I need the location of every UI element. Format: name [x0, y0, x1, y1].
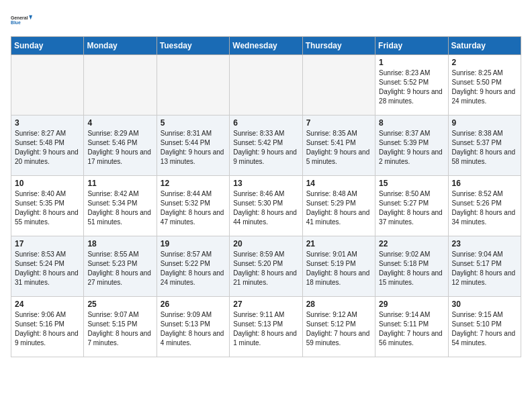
day-info: Sunrise: 9:14 AM Sunset: 5:11 PM Dayligh…: [379, 310, 444, 348]
calendar-cell: 26Sunrise: 9:09 AM Sunset: 5:13 PM Dayli…: [157, 297, 229, 357]
logo: GeneralBlue: [11, 11, 32, 30]
calendar-cell: 14Sunrise: 8:48 AM Sunset: 5:29 PM Dayli…: [302, 176, 375, 236]
day-info: Sunrise: 9:06 AM Sunset: 5:16 PM Dayligh…: [15, 310, 80, 348]
weekday-header: Saturday: [448, 37, 521, 55]
day-number: 8: [379, 118, 444, 128]
day-info: Sunrise: 8:37 AM Sunset: 5:39 PM Dayligh…: [379, 129, 444, 167]
calendar-cell: 15Sunrise: 8:50 AM Sunset: 5:27 PM Dayli…: [375, 176, 448, 236]
calendar-cell: 7Sunrise: 8:35 AM Sunset: 5:41 PM Daylig…: [302, 116, 375, 176]
calendar-cell: 9Sunrise: 8:38 AM Sunset: 5:37 PM Daylig…: [448, 116, 521, 176]
calendar-cell: 11Sunrise: 8:42 AM Sunset: 5:34 PM Dayli…: [84, 176, 157, 236]
calendar-cell: 27Sunrise: 9:11 AM Sunset: 5:13 PM Dayli…: [230, 297, 302, 357]
calendar-cell: 28Sunrise: 9:12 AM Sunset: 5:12 PM Dayli…: [302, 297, 375, 357]
calendar-cell: 29Sunrise: 9:14 AM Sunset: 5:11 PM Dayli…: [375, 297, 448, 357]
calendar-cell: 2Sunrise: 8:25 AM Sunset: 5:50 PM Daylig…: [448, 55, 521, 116]
day-number: 24: [15, 300, 80, 309]
calendar-cell: 23Sunrise: 9:04 AM Sunset: 5:17 PM Dayli…: [448, 236, 521, 297]
day-number: 17: [15, 239, 80, 248]
day-number: 1: [379, 58, 444, 67]
day-number: 4: [87, 118, 152, 128]
day-info: Sunrise: 8:50 AM Sunset: 5:27 PM Dayligh…: [379, 189, 444, 227]
day-number: 26: [161, 300, 226, 309]
weekday-header: Sunday: [11, 37, 84, 55]
day-number: 29: [379, 300, 444, 309]
day-info: Sunrise: 8:29 AM Sunset: 5:46 PM Dayligh…: [87, 129, 152, 167]
day-info: Sunrise: 9:01 AM Sunset: 5:19 PM Dayligh…: [306, 250, 371, 287]
calendar-week-row: 10Sunrise: 8:40 AM Sunset: 5:35 PM Dayli…: [11, 176, 521, 236]
day-number: 7: [306, 118, 371, 128]
day-info: Sunrise: 8:38 AM Sunset: 5:37 PM Dayligh…: [452, 129, 517, 167]
day-number: 9: [452, 118, 517, 128]
svg-text:Blue: Blue: [11, 20, 21, 25]
page-header: GeneralBlue: [11, 11, 521, 30]
day-info: Sunrise: 8:44 AM Sunset: 5:32 PM Dayligh…: [161, 189, 226, 227]
day-number: 18: [87, 239, 152, 248]
calendar-cell: 3Sunrise: 8:27 AM Sunset: 5:48 PM Daylig…: [11, 116, 84, 176]
calendar-cell: 13Sunrise: 8:46 AM Sunset: 5:30 PM Dayli…: [230, 176, 302, 236]
day-info: Sunrise: 8:33 AM Sunset: 5:42 PM Dayligh…: [233, 129, 298, 167]
day-info: Sunrise: 8:53 AM Sunset: 5:24 PM Dayligh…: [15, 250, 80, 287]
day-info: Sunrise: 8:46 AM Sunset: 5:30 PM Dayligh…: [233, 189, 298, 227]
day-number: 19: [161, 239, 226, 248]
day-info: Sunrise: 8:52 AM Sunset: 5:26 PM Dayligh…: [452, 189, 517, 227]
day-info: Sunrise: 8:55 AM Sunset: 5:23 PM Dayligh…: [87, 250, 152, 287]
day-number: 6: [233, 118, 298, 128]
day-number: 27: [233, 300, 298, 309]
day-info: Sunrise: 8:31 AM Sunset: 5:44 PM Dayligh…: [161, 129, 226, 167]
calendar-cell: 19Sunrise: 8:57 AM Sunset: 5:22 PM Dayli…: [157, 236, 229, 297]
calendar-table: SundayMondayTuesdayWednesdayThursdayFrid…: [11, 36, 521, 357]
day-number: 5: [161, 118, 226, 128]
weekday-header: Wednesday: [230, 37, 302, 55]
calendar-cell: 5Sunrise: 8:31 AM Sunset: 5:44 PM Daylig…: [157, 116, 229, 176]
day-number: 16: [452, 179, 517, 188]
day-info: Sunrise: 9:12 AM Sunset: 5:12 PM Dayligh…: [306, 310, 371, 348]
day-number: 10: [15, 179, 80, 188]
day-info: Sunrise: 8:40 AM Sunset: 5:35 PM Dayligh…: [15, 189, 80, 227]
calendar-cell: 10Sunrise: 8:40 AM Sunset: 5:35 PM Dayli…: [11, 176, 84, 236]
day-number: 21: [306, 239, 371, 248]
calendar-header: SundayMondayTuesdayWednesdayThursdayFrid…: [11, 37, 521, 55]
calendar-cell: 20Sunrise: 8:59 AM Sunset: 5:20 PM Dayli…: [230, 236, 302, 297]
day-info: Sunrise: 9:09 AM Sunset: 5:13 PM Dayligh…: [161, 310, 226, 348]
calendar-body: 1Sunrise: 8:23 AM Sunset: 5:52 PM Daylig…: [11, 55, 521, 357]
day-info: Sunrise: 8:42 AM Sunset: 5:34 PM Dayligh…: [87, 189, 152, 227]
weekday-header: Tuesday: [157, 37, 229, 55]
calendar-week-row: 17Sunrise: 8:53 AM Sunset: 5:24 PM Dayli…: [11, 236, 521, 297]
svg-text:General: General: [11, 15, 28, 20]
calendar-cell: [157, 55, 229, 116]
calendar-cell: 30Sunrise: 9:15 AM Sunset: 5:10 PM Dayli…: [448, 297, 521, 357]
day-info: Sunrise: 8:23 AM Sunset: 5:52 PM Dayligh…: [379, 68, 444, 106]
calendar-cell: 12Sunrise: 8:44 AM Sunset: 5:32 PM Dayli…: [157, 176, 229, 236]
day-number: 15: [379, 179, 444, 188]
calendar-cell: 1Sunrise: 8:23 AM Sunset: 5:52 PM Daylig…: [375, 55, 448, 116]
day-number: 30: [452, 300, 517, 309]
calendar-week-row: 24Sunrise: 9:06 AM Sunset: 5:16 PM Dayli…: [11, 297, 521, 357]
calendar-week-row: 1Sunrise: 8:23 AM Sunset: 5:52 PM Daylig…: [11, 55, 521, 116]
day-number: 22: [379, 239, 444, 248]
day-info: Sunrise: 8:48 AM Sunset: 5:29 PM Dayligh…: [306, 189, 371, 227]
weekday-header: Friday: [375, 37, 448, 55]
day-number: 13: [233, 179, 298, 188]
calendar-cell: 6Sunrise: 8:33 AM Sunset: 5:42 PM Daylig…: [230, 116, 302, 176]
day-info: Sunrise: 8:57 AM Sunset: 5:22 PM Dayligh…: [161, 250, 226, 287]
day-info: Sunrise: 8:35 AM Sunset: 5:41 PM Dayligh…: [306, 129, 371, 167]
calendar-cell: 4Sunrise: 8:29 AM Sunset: 5:46 PM Daylig…: [84, 116, 157, 176]
calendar-cell: 16Sunrise: 8:52 AM Sunset: 5:26 PM Dayli…: [448, 176, 521, 236]
calendar-cell: 21Sunrise: 9:01 AM Sunset: 5:19 PM Dayli…: [302, 236, 375, 297]
day-info: Sunrise: 8:27 AM Sunset: 5:48 PM Dayligh…: [15, 129, 80, 167]
calendar-cell: 17Sunrise: 8:53 AM Sunset: 5:24 PM Dayli…: [11, 236, 84, 297]
day-number: 14: [306, 179, 371, 188]
day-info: Sunrise: 9:11 AM Sunset: 5:13 PM Dayligh…: [233, 310, 298, 348]
calendar-cell: [230, 55, 302, 116]
svg-marker-2: [29, 15, 32, 19]
day-info: Sunrise: 9:04 AM Sunset: 5:17 PM Dayligh…: [452, 250, 517, 287]
day-number: 25: [87, 300, 152, 309]
day-number: 3: [15, 118, 80, 128]
header-row: SundayMondayTuesdayWednesdayThursdayFrid…: [11, 37, 521, 55]
calendar-cell: [302, 55, 375, 116]
weekday-header: Monday: [84, 37, 157, 55]
day-info: Sunrise: 8:25 AM Sunset: 5:50 PM Dayligh…: [452, 68, 517, 106]
calendar-cell: 8Sunrise: 8:37 AM Sunset: 5:39 PM Daylig…: [375, 116, 448, 176]
day-number: 23: [452, 239, 517, 248]
day-number: 20: [233, 239, 298, 248]
